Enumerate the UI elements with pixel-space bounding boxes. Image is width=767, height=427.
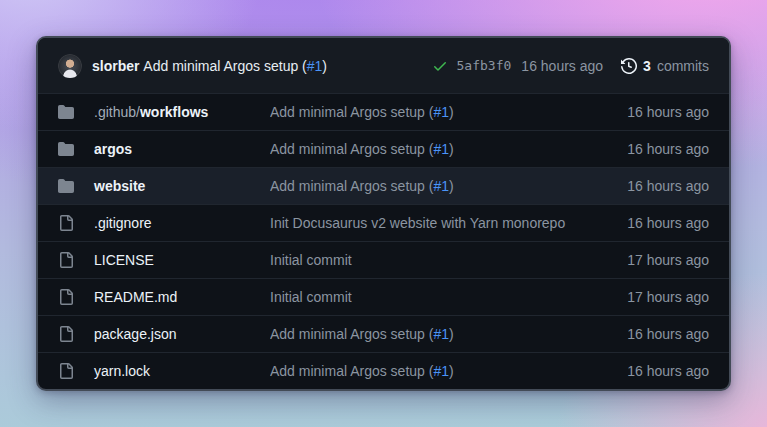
file-row-license: LICENSE Initial commit 17 hours ago [38,241,729,278]
file-list: .github/workflows Add minimal Argos setu… [38,93,729,389]
file-row-yarn-lock: yarn.lock Add minimal Argos setup (#1) 1… [38,352,729,389]
file-row-github-workflows: .github/workflows Add minimal Argos setu… [38,93,729,130]
latest-commit-time: 16 hours ago [521,58,603,74]
commit-message-link[interactable]: Add minimal Argos setup (#1) [270,363,627,379]
pr-link[interactable]: #1 [433,178,449,194]
commit-author-link[interactable]: slorber [92,58,139,74]
file-name[interactable]: argos [94,141,132,157]
file-name[interactable]: .gitignore [94,215,152,231]
file-row-readme: README.md Initial commit 17 hours ago [38,278,729,315]
page-background: slorber Add minimal Argos setup (#1) 5af… [0,0,767,427]
file-name-link[interactable]: website [94,178,270,194]
file-row-package-json: package.json Add minimal Argos setup (#1… [38,315,729,352]
file-name-link[interactable]: README.md [94,289,270,305]
commit-time: 16 hours ago [627,141,709,157]
folder-icon [58,104,94,120]
file-icon [58,215,94,231]
commit-message-link[interactable]: Add minimal Argos setup (#1) [270,326,627,342]
commit-history-link[interactable]: 3 commits [621,58,709,74]
file-name[interactable]: README.md [94,289,177,305]
clock-history-icon [621,58,637,74]
folder-icon [58,178,94,194]
file-row-gitignore: .gitignore Init Docusaurus v2 website wi… [38,204,729,241]
commit-time: 17 hours ago [627,289,709,305]
commit-time: 16 hours ago [627,215,709,231]
commit-message-link[interactable]: Add minimal Argos setup ( [143,58,306,74]
file-name-link[interactable]: yarn.lock [94,363,270,379]
commit-hash-link[interactable]: 5afb3f0 [457,58,512,73]
file-name-link[interactable]: .github/workflows [94,104,270,120]
pr-link[interactable]: #1 [433,326,449,342]
file-icon [58,326,94,342]
pr-link[interactable]: #1 [433,104,449,120]
file-name-link[interactable]: argos [94,141,270,157]
commit-time: 17 hours ago [627,252,709,268]
commits-label: commits [657,58,709,74]
commit-time: 16 hours ago [627,178,709,194]
latest-commit-info: slorber Add minimal Argos setup (#1) [58,54,420,78]
file-icon [58,363,94,379]
commit-message-suffix: ) [322,58,327,74]
pr-link[interactable]: #1 [433,141,449,157]
commit-time: 16 hours ago [627,363,709,379]
repo-file-browser: slorber Add minimal Argos setup (#1) 5af… [36,36,731,391]
commit-message-link[interactable]: Initial commit [270,289,627,305]
commit-meta: 5afb3f0 16 hours ago 3 commits [432,58,709,74]
file-row-website: website Add minimal Argos setup (#1) 16 … [38,167,729,204]
commit-time: 16 hours ago [627,104,709,120]
file-name-link[interactable]: package.json [94,326,270,342]
folder-icon [58,141,94,157]
file-name[interactable]: LICENSE [94,252,154,268]
file-name-link[interactable]: LICENSE [94,252,270,268]
commit-message-link[interactable]: Add minimal Argos setup (#1) [270,104,627,120]
commit-message-link[interactable]: Add minimal Argos setup (#1) [270,141,627,157]
file-name[interactable]: yarn.lock [94,363,150,379]
commit-time: 16 hours ago [627,326,709,342]
pr-link[interactable]: #1 [433,363,449,379]
latest-commit-bar: slorber Add minimal Argos setup (#1) 5af… [38,38,729,93]
file-name[interactable]: package.json [94,326,177,342]
file-icon [58,289,94,305]
folder-prefix[interactable]: .github/ [94,104,140,120]
commit-message-link[interactable]: Initial commit [270,252,627,268]
pr-link[interactable]: #1 [307,58,323,74]
commit-message-link[interactable]: Init Docusaurus v2 website with Yarn mon… [270,215,627,231]
file-name-link[interactable]: .gitignore [94,215,270,231]
commits-count: 3 [643,58,651,74]
file-name[interactable]: website [94,178,145,194]
author-avatar[interactable] [58,54,82,78]
file-row-argos: argos Add minimal Argos setup (#1) 16 ho… [38,130,729,167]
latest-commit-message: slorber Add minimal Argos setup (#1) [92,58,327,74]
file-name[interactable]: workflows [140,104,208,120]
check-status-icon[interactable] [432,58,448,74]
commit-message-link[interactable]: Add minimal Argos setup (#1) [270,178,627,194]
file-icon [58,252,94,268]
